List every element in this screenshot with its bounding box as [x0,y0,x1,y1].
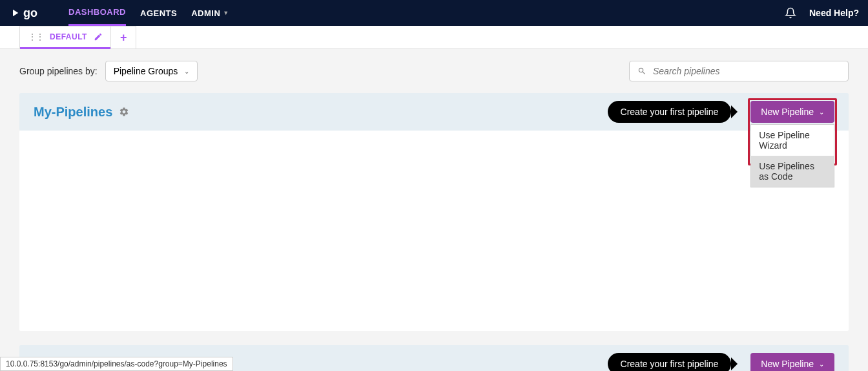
gear-icon[interactable] [119,107,129,117]
pipeline-group-header: My-Pipelines Create your first pipeline … [19,93,849,131]
menu-use-wizard[interactable]: Use Pipeline Wizard [751,125,834,156]
bell-icon[interactable] [785,7,796,19]
menu-use-as-code[interactable]: Use Pipelines as Code [751,156,834,187]
search-input[interactable] [653,66,840,76]
nav-right: Need Help? [785,7,859,19]
logo[interactable]: go [9,6,37,20]
plus-icon: + [120,31,127,45]
add-tab-button[interactable]: + [110,26,136,49]
logo-text: go [23,6,37,20]
group-by-value: Pipeline Groups [114,66,178,76]
empty-pipeline-area [19,131,849,331]
controls-row: Group pipelines by: Pipeline Groups ⌄ [19,61,849,81]
tab-default[interactable]: ⋮⋮ DEFAULT [20,26,110,49]
caret-down-icon: ▼ [223,10,229,16]
group-by: Group pipelines by: Pipeline Groups ⌄ [19,61,198,81]
drag-handle-icon[interactable]: ⋮⋮ [28,32,43,42]
chevron-down-icon: ⌄ [819,109,824,116]
group-title[interactable]: My-Pipelines [34,105,112,120]
new-pipeline-button[interactable]: New Pipeline ⌄ [750,101,834,123]
tabs-bar: ⋮⋮ DEFAULT + [0,26,868,49]
status-bar: 10.0.0.75:8153/go/admin/pipelines/as-cod… [0,357,233,371]
new-pipeline-button-2[interactable]: New Pipeline ⌄ [750,353,834,371]
tab-label: DEFAULT [50,32,87,41]
chevron-down-icon: ⌄ [819,361,824,368]
nav-agents[interactable]: AGENTS [140,0,177,26]
search-box[interactable] [629,61,849,81]
logo-icon [9,7,21,19]
chevron-down-icon: ⌄ [184,68,189,75]
first-pipeline-tooltip-2: Create your first pipeline [608,353,732,371]
pencil-icon[interactable] [94,32,103,41]
nav-dashboard[interactable]: DASHBOARD [68,0,126,26]
nav-admin[interactable]: ADMIN ▼ [191,0,229,26]
new-pipeline-menu: Use Pipeline Wizard Use Pipelines as Cod… [750,124,834,187]
content: Group pipelines by: Pipeline Groups ⌄ My… [0,49,868,371]
new-pipeline-area: New Pipeline ⌄ Use Pipeline Wizard Use P… [750,101,834,123]
first-pipeline-tooltip: Create your first pipeline [608,101,732,123]
help-link[interactable]: Need Help? [809,8,859,18]
top-nav: go DASHBOARD AGENTS ADMIN ▼ Need Help? [0,0,868,26]
nav-links: DASHBOARD AGENTS ADMIN ▼ [68,0,229,26]
tab-wrap: ⋮⋮ DEFAULT + [19,26,136,49]
group-by-dropdown[interactable]: Pipeline Groups ⌄ [105,61,198,81]
group-by-label: Group pipelines by: [19,66,98,76]
search-icon [637,67,646,76]
